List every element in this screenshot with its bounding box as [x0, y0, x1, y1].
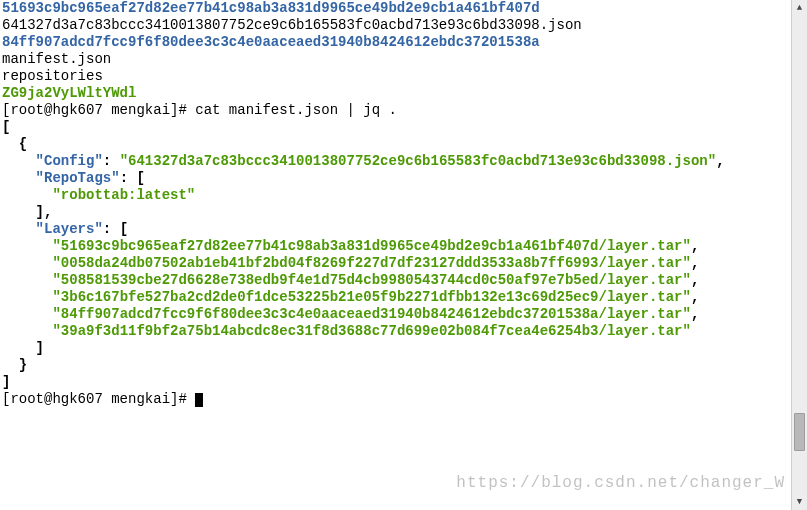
dir-name: ZG9ja2VyLWltYWdl: [2, 85, 136, 101]
shell-prompt: [root@hgk607 mengkai]#: [2, 391, 195, 407]
dir-name: 84ff907adcd7fcc9f6f80dee3c3c4e0aaceaed31…: [2, 34, 540, 50]
terminal-output[interactable]: 51693c9bc965eaf27d82ee77b41c98ab3a831d99…: [0, 0, 789, 510]
json-punct: ,: [691, 255, 699, 271]
json-punct: :: [103, 153, 120, 169]
scroll-up-arrow-icon[interactable]: ▲: [792, 0, 807, 16]
json-string: "641327d3a7c83bccc3410013807752ce9c6b165…: [120, 153, 717, 169]
json-key: "Layers": [2, 221, 103, 237]
scrollbar-track[interactable]: [792, 16, 807, 494]
json-punct: }: [2, 357, 27, 373]
json-string: "robottab:latest": [2, 187, 195, 203]
json-punct: ]: [2, 374, 10, 390]
json-punct: ],: [2, 204, 52, 220]
json-string: "3b6c167bfe527ba2cd2de0f1dce53225b21e05f…: [2, 289, 691, 305]
json-key: "RepoTags": [2, 170, 120, 186]
json-key: "Config": [2, 153, 103, 169]
json-punct: : [: [103, 221, 128, 237]
vertical-scrollbar[interactable]: ▲ ▼: [791, 0, 807, 510]
scrollbar-thumb[interactable]: [794, 413, 805, 451]
file-name: manifest.json: [2, 51, 111, 67]
json-punct: ,: [691, 289, 699, 305]
json-punct: ,: [691, 306, 699, 322]
cursor-icon: [195, 393, 203, 407]
terminal-viewport: 51693c9bc965eaf27d82ee77b41c98ab3a831d99…: [0, 0, 807, 510]
json-string: "0058da24db07502ab1eb41bf2bd04f8269f227d…: [2, 255, 691, 271]
json-punct: {: [2, 136, 27, 152]
json-punct: [: [2, 119, 10, 135]
json-string: "508581539cbe27d6628e738edb9f4e1d75d4cb9…: [2, 272, 691, 288]
dir-name: 51693c9bc965eaf27d82ee77b41c98ab3a831d99…: [2, 0, 540, 16]
json-punct: ,: [691, 238, 699, 254]
scroll-down-arrow-icon[interactable]: ▼: [792, 494, 807, 510]
json-punct: ,: [691, 272, 699, 288]
json-punct: ,: [716, 153, 724, 169]
json-punct: ]: [2, 340, 44, 356]
json-punct: : [: [120, 170, 145, 186]
json-string: "84ff907adcd7fcc9f6f80dee3c3c4e0aaceaed3…: [2, 306, 691, 322]
json-string: "51693c9bc965eaf27d82ee77b41c98ab3a831d9…: [2, 238, 691, 254]
file-name: 641327d3a7c83bccc3410013807752ce9c6b1655…: [2, 17, 582, 33]
shell-prompt-line: [root@hgk607 mengkai]# cat manifest.json…: [2, 102, 397, 118]
json-string: "39a9f3d11f9bf2a75b14abcdc8ec31f8d3688c7…: [2, 323, 691, 339]
file-name: repositories: [2, 68, 103, 84]
